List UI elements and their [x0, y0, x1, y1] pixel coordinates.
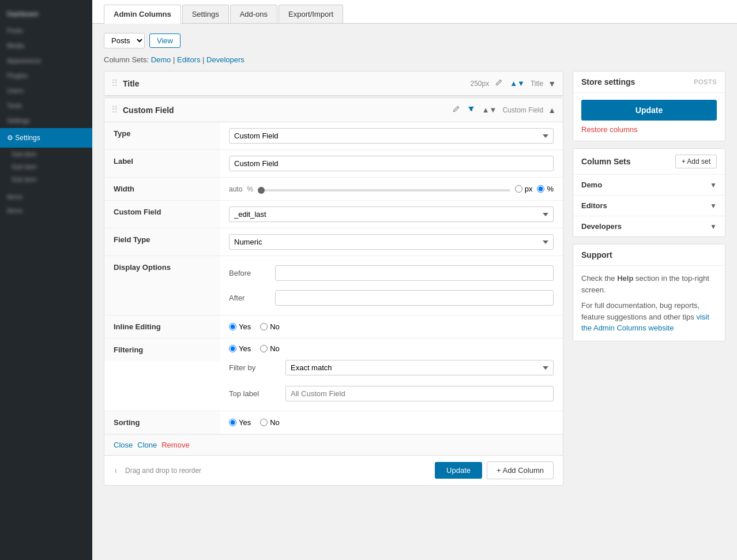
field-type-select[interactable]: Numeric String Date Image: [229, 234, 554, 250]
store-settings-panel: Store settings POSTS Update Restore colu…: [573, 71, 725, 141]
tab-admin-columns[interactable]: Admin Columns: [104, 5, 181, 24]
width-percent-radio-label[interactable]: %: [537, 185, 554, 193]
width-slider[interactable]: [258, 189, 510, 191]
sidebar-item-1[interactable]: Dashboard: [0, 5, 92, 23]
filtering-yes-label[interactable]: Yes: [229, 344, 251, 353]
title-drag-handle[interactable]: ⠿: [111, 78, 118, 89]
right-sidebar: Store settings POSTS Update Restore colu…: [573, 71, 725, 486]
after-input[interactable]: [275, 290, 554, 306]
cf-sort-icon[interactable]: ▲▼: [481, 104, 498, 115]
after-label: After: [229, 294, 275, 302]
width-px-radio[interactable]: [515, 185, 522, 193]
cf-column-footer: Close Clone Remove: [104, 434, 563, 455]
update-button[interactable]: Update: [435, 462, 482, 479]
inline-no-radio[interactable]: [260, 323, 268, 330]
width-auto-label: auto: [229, 185, 242, 193]
sidebar-item-7[interactable]: Tools: [0, 98, 92, 113]
inline-editing-radio-group: Yes No: [229, 322, 280, 331]
col-set-demo[interactable]: Demo ▼: [573, 175, 725, 196]
tab-addons[interactable]: Add-ons: [230, 5, 277, 23]
sorting-yes-label[interactable]: Yes: [229, 418, 251, 427]
cf-filter-icon[interactable]: [466, 104, 476, 116]
filtering-no-label[interactable]: No: [260, 344, 280, 353]
sidebar-item-6[interactable]: Users: [0, 83, 92, 98]
form-row-filtering: Filtering Yes No: [104, 339, 563, 411]
sorting-yes-radio[interactable]: [229, 419, 236, 426]
sorting-no-radio[interactable]: [260, 419, 268, 426]
tab-settings[interactable]: Settings: [182, 5, 229, 23]
filtering-control: Yes No Filter by: [220, 339, 563, 411]
cf-column-title: Custom Field: [123, 106, 451, 115]
width-control: auto % px: [220, 178, 563, 200]
label-input[interactable]: Custom Field: [229, 156, 554, 171]
sorting-no-label[interactable]: No: [260, 418, 280, 427]
view-button[interactable]: View: [149, 33, 181, 48]
sidebar-item-active[interactable]: ⚙ Settings: [0, 128, 92, 148]
after-input-wrap: [275, 290, 554, 306]
before-input[interactable]: [275, 265, 554, 281]
inline-no-label[interactable]: No: [260, 322, 280, 331]
add-column-button[interactable]: + Add Column: [487, 461, 554, 479]
title-edit-icon[interactable]: [494, 77, 504, 89]
sidebar-item-5[interactable]: Plugins: [0, 68, 92, 83]
support-body: Check the Help section in the top-right …: [573, 266, 725, 341]
width-px-radio-label[interactable]: px: [515, 185, 533, 193]
sidebar-item-10[interactable]: Sub item: [0, 160, 92, 173]
col-set-developers-arrow: ▼: [710, 223, 717, 231]
cf-select[interactable]: _edit_last _edit_lock _wp_page_template: [229, 206, 554, 222]
sidebar-item-4[interactable]: Appearance: [0, 53, 92, 68]
title-column-meta: 250px ▲▼ Title ▼: [470, 77, 556, 89]
top-label-input[interactable]: [285, 386, 554, 401]
remove-link[interactable]: Remove: [161, 441, 189, 449]
width-percent-label2: %: [547, 185, 554, 193]
inline-yes-label[interactable]: Yes: [229, 322, 251, 331]
filtering-no-radio[interactable]: [260, 345, 268, 352]
cf-drag-handle[interactable]: ⠿: [111, 104, 118, 115]
restore-columns-link[interactable]: Restore columns: [581, 125, 638, 134]
breadcrumb-developers[interactable]: Developers: [206, 55, 245, 64]
form-row-type: Type Custom Field Title Date Author: [104, 122, 563, 150]
support-panel: Support Check the Help section in the to…: [573, 244, 725, 341]
filtering-yes-radio[interactable]: [229, 345, 236, 352]
breadcrumb-demo[interactable]: Demo: [151, 55, 171, 64]
sidebar-item-2[interactable]: Posts: [0, 23, 92, 38]
sidebar-item-13[interactable]: Items: [0, 204, 92, 217]
title-type-label: Title: [531, 80, 543, 88]
sidebar-item-8[interactable]: Settings: [0, 113, 92, 128]
cf-control: _edit_last _edit_lock _wp_page_template: [220, 201, 563, 228]
post-type-select[interactable]: Posts: [104, 33, 145, 48]
sidebar-item-3[interactable]: Media: [0, 38, 92, 53]
width-percent-radio[interactable]: [537, 185, 544, 193]
support-header: Support: [573, 245, 725, 266]
add-set-button[interactable]: + Add set: [675, 155, 717, 168]
inline-editing-control: Yes No: [220, 315, 563, 338]
close-link[interactable]: Close: [114, 441, 133, 449]
cf-edit-icon[interactable]: [451, 104, 461, 116]
type-select[interactable]: Custom Field Title Date Author: [229, 128, 554, 144]
cf-expand-btn[interactable]: ▲: [548, 106, 556, 115]
label-control: Custom Field: [220, 150, 563, 177]
breadcrumb-editors[interactable]: Editors: [177, 55, 200, 64]
tab-export-import[interactable]: Export/Import: [279, 5, 343, 23]
store-update-button[interactable]: Update: [581, 100, 717, 121]
col-set-editors-name: Editors: [581, 201, 607, 210]
display-options-control: Before After: [220, 256, 563, 315]
column-sets-title: Column Sets: [581, 157, 631, 166]
filtering-no-text: No: [270, 344, 280, 353]
sidebar-item-12[interactable]: Items: [0, 189, 92, 204]
clone-link[interactable]: Clone: [137, 441, 157, 449]
inline-yes-radio[interactable]: [229, 323, 236, 330]
width-slider-container: [258, 185, 510, 193]
sidebar-item-11[interactable]: Sub item: [0, 173, 92, 186]
title-expand-btn[interactable]: ▼: [548, 79, 556, 88]
support-text-3: For full documentation, bug reports, fea…: [581, 301, 700, 321]
title-sort-icon[interactable]: ▲▼: [509, 78, 526, 89]
field-type-label: Field Type: [104, 228, 220, 255]
col-set-developers[interactable]: Developers ▼: [573, 216, 725, 236]
form-row-width: Width auto % px: [104, 178, 563, 201]
columns-panel: ⠿ Title 250px ▲▼ Title ▼: [104, 71, 563, 486]
after-row: After: [229, 287, 554, 309]
sidebar-item-9[interactable]: Sub item: [0, 148, 92, 160]
filter-by-select[interactable]: Exact match Contains Starts with: [285, 360, 554, 375]
col-set-editors[interactable]: Editors ▼: [573, 196, 725, 216]
